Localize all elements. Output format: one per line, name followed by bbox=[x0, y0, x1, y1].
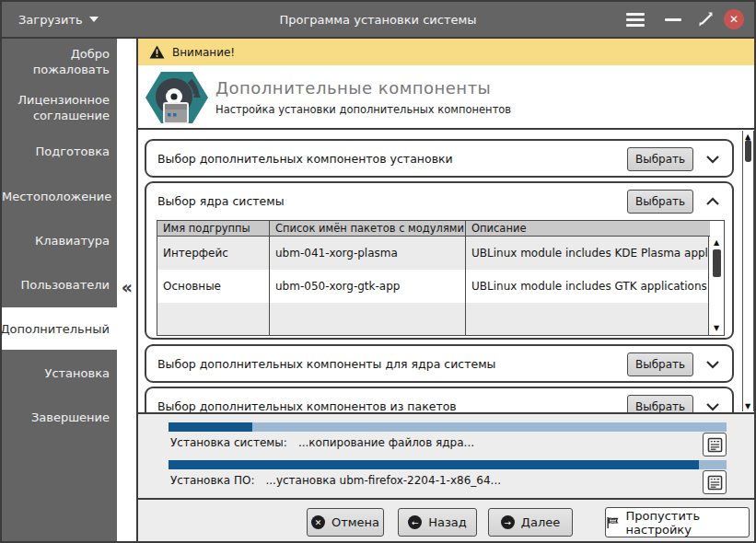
scrollbar-thumb[interactable] bbox=[745, 140, 751, 162]
back-button[interactable]: ← Назад bbox=[398, 508, 477, 537]
scrollbar-thumb[interactable] bbox=[713, 249, 721, 277]
section-label: Выбор дополнительных компонентов из паке… bbox=[157, 399, 457, 412]
close-button[interactable]: ✕ bbox=[724, 9, 744, 29]
task-label: Установка ПО: bbox=[170, 474, 254, 487]
task-status: ...копирование файлов ядра... bbox=[298, 436, 474, 449]
sidebar-collapse-button[interactable]: « bbox=[119, 276, 135, 298]
section-components-install: Выбор дополнительных компонентов установ… bbox=[145, 139, 734, 178]
choose-button[interactable]: Выбрать bbox=[627, 352, 693, 376]
progress-panel: Установка системы:...копирование файлов … bbox=[138, 412, 754, 498]
table-row[interactable]: Основные ubm-050-xorg-gtk-app UBLinux mo… bbox=[157, 270, 710, 303]
cell-description: UBLinux module includes GTK applications bbox=[466, 270, 710, 303]
choose-button[interactable]: Выбрать bbox=[627, 147, 693, 171]
skip-setup-button[interactable]: Пропустить настройку bbox=[605, 507, 750, 537]
chevron-down-icon[interactable] bbox=[703, 355, 723, 374]
cell-package: ubm-050-xorg-gtk-app bbox=[270, 270, 466, 303]
software-install-progressbar bbox=[169, 460, 727, 469]
minimize-button[interactable] bbox=[662, 9, 684, 29]
cell-package: ubm-041-xorg-plasma bbox=[270, 237, 466, 270]
progressbar-fill bbox=[169, 422, 252, 432]
chevron-down-icon[interactable] bbox=[703, 150, 723, 168]
column-header[interactable]: Описание bbox=[466, 221, 710, 236]
section-kernel-select: Выбор ядра системы Выбрать Имя подгруппы… bbox=[145, 181, 734, 340]
software-install-status: Установка ПО:...установка ubm-firefox-22… bbox=[170, 474, 501, 487]
diagonal-resize-icon bbox=[698, 11, 715, 28]
sidebar-item-location[interactable]: Местоположение bbox=[2, 189, 117, 204]
section-label: Выбор дополнительных компонентов установ… bbox=[157, 152, 453, 166]
cancel-label: Отмена bbox=[331, 515, 379, 529]
cell-description: UBLinux module includes KDE Plasma appli… bbox=[466, 237, 710, 270]
sidebar-nav: Добро пожаловать Лицензионное соглашение… bbox=[2, 39, 117, 541]
choose-button[interactable]: Выбрать bbox=[627, 395, 693, 412]
system-install-progressbar bbox=[169, 422, 727, 432]
log-icon bbox=[707, 475, 723, 491]
ublinux-logo-icon bbox=[144, 68, 214, 127]
software-log-button[interactable] bbox=[703, 470, 727, 494]
sidebar-item-keyboard[interactable]: Клавиатура bbox=[2, 233, 117, 248]
sidebar-item-installation[interactable]: Установка bbox=[2, 365, 117, 381]
menu-icon[interactable] bbox=[624, 9, 646, 29]
installer-window: Загрузить Программа установки системы ✕ … bbox=[0, 0, 756, 543]
warning-text: Внимание! bbox=[172, 46, 235, 59]
scroll-up-icon[interactable]: ▲ bbox=[714, 238, 719, 248]
task-label: Установка системы: bbox=[170, 436, 287, 449]
sidebar-item-preparation[interactable]: Подготовка bbox=[2, 144, 117, 159]
sidebar-item-license[interactable]: Лицензионное соглашение bbox=[2, 92, 117, 123]
scroll-down-icon[interactable]: ▼ bbox=[745, 402, 750, 411]
chevron-up-icon[interactable] bbox=[703, 192, 723, 211]
footer-button-bar: ✕ Отмена ← Назад → Далее Пропустить наст… bbox=[138, 498, 754, 541]
page-title: Дополнительные компоненты bbox=[215, 78, 491, 98]
chevron-down-icon[interactable] bbox=[703, 398, 723, 412]
table-scrollbar[interactable]: ▲ ▼ bbox=[708, 237, 724, 335]
warning-banner: Внимание! bbox=[138, 39, 754, 65]
log-icon bbox=[707, 437, 723, 453]
section-label: Выбор ядра системы bbox=[157, 194, 285, 208]
cancel-button[interactable]: ✕ Отмена bbox=[307, 508, 384, 537]
task-status: ...установка ubm-firefox-2204-1-x86_64..… bbox=[265, 474, 501, 487]
next-circle-icon: → bbox=[501, 515, 515, 529]
main-panel: Внимание! Дополнительные компоненты Наст… bbox=[136, 39, 754, 541]
sidebar-item-welcome[interactable]: Добро пожаловать bbox=[2, 46, 117, 77]
scroll-down-icon[interactable]: ▼ bbox=[714, 324, 719, 333]
maximize-icon[interactable] bbox=[695, 9, 717, 29]
back-label: Назад bbox=[428, 515, 467, 529]
warning-triangle-icon bbox=[149, 45, 165, 59]
next-label: Далее bbox=[521, 515, 560, 529]
progressbar-fill bbox=[169, 460, 699, 469]
column-header[interactable]: Список имён пакетов с модулями bbox=[270, 221, 466, 236]
cell-subgroup: Основные bbox=[157, 270, 270, 303]
column-header[interactable]: Имя подгруппы bbox=[157, 221, 270, 236]
sidebar-item-finish[interactable]: Завершение bbox=[2, 410, 117, 425]
page-scrollbar[interactable]: ▲ ▼ bbox=[742, 131, 754, 411]
back-circle-icon: ← bbox=[408, 515, 422, 529]
table-row-empty bbox=[157, 303, 710, 336]
system-log-button[interactable] bbox=[703, 433, 727, 456]
table-row[interactable]: Интерфейс ubm-041-xorg-plasma UBLinux mo… bbox=[157, 237, 710, 270]
title-bar: Загрузить Программа установки системы ✕ bbox=[2, 2, 754, 39]
page-subtitle: Настройка установки дополнительных компо… bbox=[215, 103, 511, 116]
skip-label: Пропустить настройку bbox=[626, 509, 749, 537]
cell-subgroup: Интерфейс bbox=[157, 237, 270, 270]
section-kernel-extra-components: Выбор дополнительных компоненты для ядра… bbox=[145, 344, 734, 383]
system-install-status: Установка системы:...копирование файлов … bbox=[170, 436, 474, 449]
app-window-glyph bbox=[164, 103, 188, 123]
next-button[interactable]: → Далее bbox=[488, 508, 573, 537]
flag-icon bbox=[606, 515, 620, 530]
sidebar-collapse-strip: « bbox=[117, 39, 136, 541]
sidebar-item-additional[interactable]: Дополнительный bbox=[2, 307, 117, 350]
choose-button[interactable]: Выбрать bbox=[627, 190, 693, 214]
section-label: Выбор дополнительных компоненты для ядра… bbox=[157, 357, 495, 371]
page-header: Дополнительные компоненты Настройка уста… bbox=[138, 65, 754, 130]
cancel-circle-icon: ✕ bbox=[311, 515, 325, 529]
components-scroll-area: Выбор дополнительных компонентов установ… bbox=[138, 130, 754, 412]
modules-table: Имя подгруппы Список имён пакетов с моду… bbox=[157, 220, 725, 336]
sidebar-item-users[interactable]: Пользователи bbox=[2, 277, 117, 293]
table-header-row: Имя подгруппы Список имён пакетов с моду… bbox=[157, 221, 710, 237]
section-packages-components: Выбор дополнительных компонентов из паке… bbox=[145, 387, 734, 412]
